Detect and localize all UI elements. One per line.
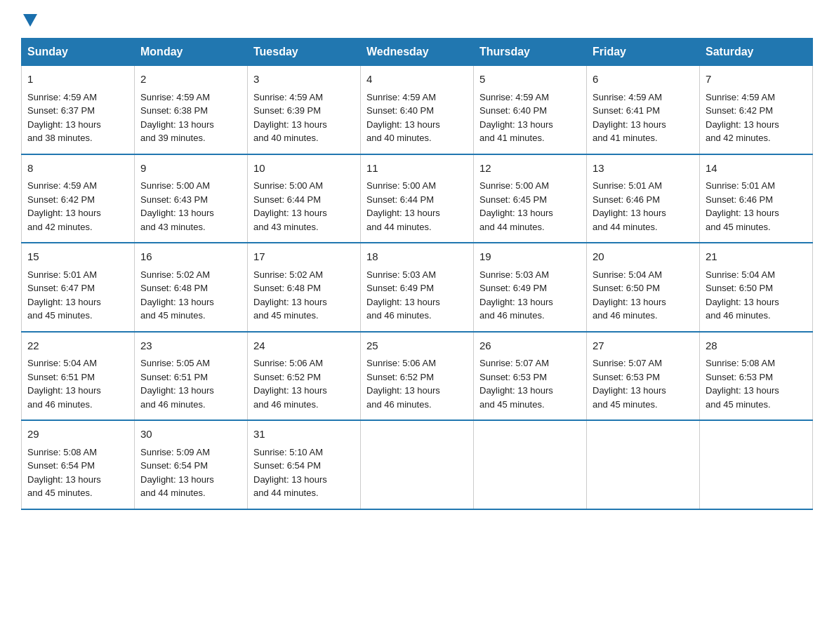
day-number: 16 bbox=[140, 249, 241, 265]
day-number: 23 bbox=[140, 338, 241, 354]
table-cell: 28Sunrise: 5:08 AMSunset: 6:53 PMDayligh… bbox=[700, 332, 813, 421]
table-cell: 24Sunrise: 5:06 AMSunset: 6:52 PMDayligh… bbox=[248, 332, 361, 421]
table-cell: 2Sunrise: 4:59 AMSunset: 6:38 PMDaylight… bbox=[135, 66, 248, 154]
table-cell bbox=[361, 420, 474, 509]
day-number: 11 bbox=[366, 161, 468, 177]
table-cell: 3Sunrise: 4:59 AMSunset: 6:39 PMDaylight… bbox=[248, 66, 361, 154]
table-row: 29Sunrise: 5:08 AMSunset: 6:54 PMDayligh… bbox=[22, 420, 813, 509]
table-cell: 22Sunrise: 5:04 AMSunset: 6:51 PMDayligh… bbox=[22, 332, 135, 421]
day-number: 30 bbox=[140, 427, 241, 443]
table-cell: 26Sunrise: 5:07 AMSunset: 6:53 PMDayligh… bbox=[474, 332, 587, 421]
day-number: 20 bbox=[593, 249, 694, 265]
day-number: 26 bbox=[479, 338, 581, 354]
day-number: 2 bbox=[140, 72, 241, 88]
table-cell: 1Sunrise: 4:59 AMSunset: 6:37 PMDaylight… bbox=[22, 66, 135, 154]
table-row: 1Sunrise: 4:59 AMSunset: 6:37 PMDaylight… bbox=[22, 66, 813, 154]
col-tuesday: Tuesday bbox=[248, 39, 361, 66]
table-cell: 19Sunrise: 5:03 AMSunset: 6:49 PMDayligh… bbox=[474, 243, 587, 332]
calendar-body: 1Sunrise: 4:59 AMSunset: 6:37 PMDaylight… bbox=[22, 66, 813, 509]
table-row: 8Sunrise: 4:59 AMSunset: 6:42 PMDaylight… bbox=[22, 154, 813, 243]
table-row: 15Sunrise: 5:01 AMSunset: 6:47 PMDayligh… bbox=[22, 243, 813, 332]
logo-triangle-icon bbox=[23, 14, 37, 27]
day-number: 8 bbox=[27, 161, 128, 177]
logo-blue-part bbox=[21, 14, 37, 25]
col-monday: Monday bbox=[135, 39, 248, 66]
col-sunday: Sunday bbox=[22, 39, 135, 66]
table-cell: 10Sunrise: 5:00 AMSunset: 6:44 PMDayligh… bbox=[248, 154, 361, 243]
day-number: 9 bbox=[140, 161, 241, 177]
table-cell: 20Sunrise: 5:04 AMSunset: 6:50 PMDayligh… bbox=[587, 243, 700, 332]
day-number: 10 bbox=[253, 161, 355, 177]
table-row: 22Sunrise: 5:04 AMSunset: 6:51 PMDayligh… bbox=[22, 332, 813, 421]
day-number: 6 bbox=[593, 72, 694, 88]
day-number: 29 bbox=[27, 427, 128, 443]
table-cell: 6Sunrise: 4:59 AMSunset: 6:41 PMDaylight… bbox=[587, 66, 700, 154]
table-cell: 7Sunrise: 4:59 AMSunset: 6:42 PMDaylight… bbox=[700, 66, 813, 154]
day-number: 19 bbox=[479, 249, 581, 265]
table-cell: 31Sunrise: 5:10 AMSunset: 6:54 PMDayligh… bbox=[248, 420, 361, 509]
day-number: 25 bbox=[366, 338, 468, 354]
table-cell: 4Sunrise: 4:59 AMSunset: 6:40 PMDaylight… bbox=[361, 66, 474, 154]
header-row: Sunday Monday Tuesday Wednesday Thursday… bbox=[22, 39, 813, 66]
day-number: 24 bbox=[253, 338, 355, 354]
day-number: 5 bbox=[479, 72, 581, 88]
day-number: 18 bbox=[366, 249, 468, 265]
table-cell: 9Sunrise: 5:00 AMSunset: 6:43 PMDaylight… bbox=[135, 154, 248, 243]
day-number: 22 bbox=[27, 338, 128, 354]
day-number: 28 bbox=[706, 338, 807, 354]
day-number: 3 bbox=[253, 72, 355, 88]
day-number: 15 bbox=[27, 249, 128, 265]
day-number: 7 bbox=[706, 72, 807, 88]
col-thursday: Thursday bbox=[474, 39, 587, 66]
day-number: 1 bbox=[27, 72, 128, 88]
day-number: 31 bbox=[253, 427, 355, 443]
logo bbox=[21, 14, 37, 25]
day-number: 12 bbox=[479, 161, 581, 177]
table-cell: 11Sunrise: 5:00 AMSunset: 6:44 PMDayligh… bbox=[361, 154, 474, 243]
day-number: 17 bbox=[253, 249, 355, 265]
table-cell: 14Sunrise: 5:01 AMSunset: 6:46 PMDayligh… bbox=[700, 154, 813, 243]
day-number: 27 bbox=[593, 338, 694, 354]
table-cell: 8Sunrise: 4:59 AMSunset: 6:42 PMDaylight… bbox=[22, 154, 135, 243]
day-number: 14 bbox=[706, 161, 807, 177]
table-cell: 15Sunrise: 5:01 AMSunset: 6:47 PMDayligh… bbox=[22, 243, 135, 332]
table-cell: 23Sunrise: 5:05 AMSunset: 6:51 PMDayligh… bbox=[135, 332, 248, 421]
col-saturday: Saturday bbox=[700, 39, 813, 66]
table-cell: 21Sunrise: 5:04 AMSunset: 6:50 PMDayligh… bbox=[700, 243, 813, 332]
table-cell bbox=[474, 420, 587, 509]
table-cell: 30Sunrise: 5:09 AMSunset: 6:54 PMDayligh… bbox=[135, 420, 248, 509]
table-cell: 17Sunrise: 5:02 AMSunset: 6:48 PMDayligh… bbox=[248, 243, 361, 332]
table-cell: 25Sunrise: 5:06 AMSunset: 6:52 PMDayligh… bbox=[361, 332, 474, 421]
day-number: 4 bbox=[366, 72, 468, 88]
page-header bbox=[21, 14, 813, 25]
table-cell: 29Sunrise: 5:08 AMSunset: 6:54 PMDayligh… bbox=[22, 420, 135, 509]
calendar-header: Sunday Monday Tuesday Wednesday Thursday… bbox=[22, 39, 813, 66]
table-cell: 27Sunrise: 5:07 AMSunset: 6:53 PMDayligh… bbox=[587, 332, 700, 421]
col-friday: Friday bbox=[587, 39, 700, 66]
calendar-table: Sunday Monday Tuesday Wednesday Thursday… bbox=[21, 38, 813, 510]
table-cell: 12Sunrise: 5:00 AMSunset: 6:45 PMDayligh… bbox=[474, 154, 587, 243]
table-cell: 5Sunrise: 4:59 AMSunset: 6:40 PMDaylight… bbox=[474, 66, 587, 154]
table-cell bbox=[587, 420, 700, 509]
table-cell: 18Sunrise: 5:03 AMSunset: 6:49 PMDayligh… bbox=[361, 243, 474, 332]
table-cell: 16Sunrise: 5:02 AMSunset: 6:48 PMDayligh… bbox=[135, 243, 248, 332]
day-number: 21 bbox=[706, 249, 807, 265]
table-cell bbox=[700, 420, 813, 509]
day-number: 13 bbox=[593, 161, 694, 177]
table-cell: 13Sunrise: 5:01 AMSunset: 6:46 PMDayligh… bbox=[587, 154, 700, 243]
col-wednesday: Wednesday bbox=[361, 39, 474, 66]
